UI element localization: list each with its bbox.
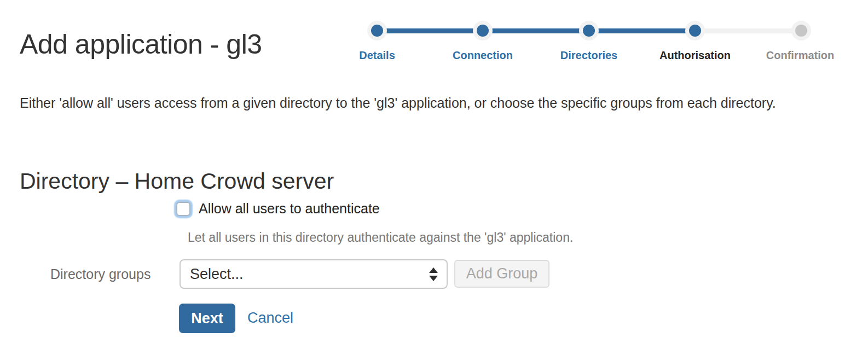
- directory-groups-select[interactable]: Select...: [180, 259, 448, 289]
- section-heading: Directory – Home Crowd server: [20, 168, 334, 194]
- step-label-confirmation: Confirmation: [745, 49, 855, 62]
- select-value: Select...: [181, 266, 429, 283]
- intro-text: Either 'allow all' users access from a g…: [20, 92, 808, 114]
- allow-all-label[interactable]: Allow all users to authenticate: [199, 201, 380, 217]
- step-dot-connection: [477, 25, 489, 37]
- step-label-details[interactable]: Details: [322, 49, 432, 62]
- step-label-connection[interactable]: Connection: [428, 49, 537, 62]
- allow-all-checkbox[interactable]: [176, 202, 190, 216]
- directory-groups-label: Directory groups: [50, 266, 151, 282]
- step-dot-details: [371, 25, 383, 37]
- next-button[interactable]: Next: [179, 304, 235, 333]
- step-label-directories[interactable]: Directories: [534, 49, 644, 62]
- step-dot-authorisation: [689, 25, 701, 37]
- arrow-up-icon: [429, 267, 438, 273]
- step-dot-directories: [583, 25, 595, 37]
- step-label-authorisation: Authorisation: [640, 49, 750, 62]
- add-group-button[interactable]: Add Group: [454, 260, 549, 288]
- add-application-page: Add application - gl3 Details Connection…: [0, 0, 868, 361]
- progress-track-upcoming: [695, 28, 801, 33]
- select-spinner-icon: [429, 267, 438, 281]
- step-dot-confirmation: [795, 25, 807, 37]
- arrow-down-icon: [429, 276, 438, 281]
- cancel-link[interactable]: Cancel: [247, 310, 293, 327]
- allow-all-row: Allow all users to authenticate: [176, 201, 380, 217]
- progress-track-completed: [377, 28, 695, 33]
- allow-all-help-text: Let all users in this directory authenti…: [188, 230, 573, 245]
- page-title: Add application - gl3: [20, 28, 262, 60]
